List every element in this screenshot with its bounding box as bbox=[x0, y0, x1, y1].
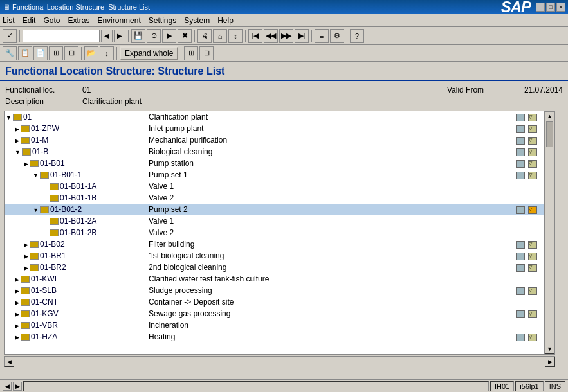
struct-btn4[interactable]: ⊞ bbox=[49, 46, 63, 60]
view-btn2[interactable]: ⊟ bbox=[199, 46, 214, 60]
expand-icon[interactable]: ▶ bbox=[24, 161, 28, 167]
horizontal-scrollbar[interactable]: ◀ ▶ bbox=[4, 356, 555, 366]
layout-btn[interactable]: ≡ bbox=[315, 29, 329, 43]
expand-icon[interactable]: ▶ bbox=[15, 311, 19, 317]
hscroll-track[interactable] bbox=[14, 358, 545, 366]
command-field[interactable] bbox=[23, 30, 100, 42]
nav-icon[interactable]: ▽ bbox=[528, 334, 537, 341]
tree-row[interactable]: ▶01-MMechanical purification ▽ bbox=[5, 134, 554, 146]
nav-icon[interactable]: ▽ bbox=[528, 172, 537, 179]
view-btn1[interactable]: ⊞ bbox=[184, 46, 198, 60]
maximize-button[interactable]: □ bbox=[546, 3, 555, 12]
first-page[interactable]: |◀ bbox=[248, 29, 262, 43]
expand-icon[interactable]: ▶ bbox=[15, 299, 19, 306]
link-icon[interactable] bbox=[516, 125, 525, 133]
tree-row[interactable]: ▶01-KGVSewage gas processing ▽ bbox=[5, 308, 554, 319]
status-nav[interactable]: ◀ ▶ bbox=[3, 382, 22, 391]
tree-row[interactable]: ▼01-B01-1Pump set 1 ▽ bbox=[5, 169, 554, 181]
next-page[interactable]: ▶▶ bbox=[279, 29, 293, 43]
find-button[interactable]: ⌂ bbox=[213, 29, 227, 43]
nav-icon[interactable]: ▽ bbox=[528, 206, 537, 214]
struct-btn6[interactable]: 📂 bbox=[84, 46, 98, 60]
scroll-thumb[interactable] bbox=[546, 121, 553, 147]
nav-icon[interactable]: ▽ bbox=[528, 125, 537, 133]
nav-icon[interactable]: ▽ bbox=[528, 310, 537, 318]
help-button[interactable]: ? bbox=[350, 29, 364, 43]
menu-edit[interactable]: Edit bbox=[23, 16, 36, 25]
menu-list[interactable]: List bbox=[3, 16, 15, 25]
tree-row[interactable]: 01-B01-2AValve 1 bbox=[5, 215, 554, 227]
expand-icon[interactable]: ▶ bbox=[15, 323, 19, 329]
tree-row[interactable]: ▼01Clarification plant ▽ bbox=[5, 111, 554, 123]
expand-icon[interactable]: ▶ bbox=[24, 242, 28, 248]
tree-row[interactable]: ▶01-BR11st biological cleaning ▽ bbox=[5, 250, 554, 262]
title-bar-controls[interactable]: _ □ × bbox=[536, 3, 565, 12]
minimize-button[interactable]: _ bbox=[536, 3, 545, 12]
expand-icon[interactable]: ▶ bbox=[15, 334, 19, 341]
scroll-left-button[interactable]: ◀ bbox=[4, 357, 14, 367]
back-button[interactable]: ✓ bbox=[3, 29, 17, 43]
tree-container[interactable]: ▼01Clarification plant ▽ ▶01-ZPWInlet pu… bbox=[4, 111, 555, 355]
link-icon[interactable] bbox=[516, 287, 525, 295]
prev-screen[interactable]: ⊙ bbox=[147, 29, 161, 43]
tree-row[interactable]: ▼01-BBiological cleaning ▽ bbox=[5, 146, 554, 157]
expand-whole-button[interactable]: Expand whole bbox=[120, 46, 178, 60]
link-icon[interactable] bbox=[516, 206, 525, 214]
scroll-right-button[interactable]: ▶ bbox=[545, 357, 555, 367]
expand-icon[interactable]: ▶ bbox=[15, 276, 19, 283]
tree-row[interactable]: ▶01-B01Pump station ▽ bbox=[5, 157, 554, 169]
status-prev[interactable]: ◀ bbox=[3, 382, 12, 391]
link-icon[interactable] bbox=[516, 241, 525, 249]
tree-row[interactable]: ▶01-BR22nd biological cleaning ▽ bbox=[5, 262, 554, 273]
expand-icon[interactable]: ▶ bbox=[15, 288, 19, 294]
find-next[interactable]: ↕ bbox=[228, 29, 243, 43]
close-button[interactable]: × bbox=[556, 3, 565, 12]
scroll-track[interactable] bbox=[545, 121, 554, 344]
vertical-scrollbar[interactable]: ▲ ▼ bbox=[544, 111, 554, 354]
tree-row[interactable]: ▼01-B01-2Pump set 2 ▽ bbox=[5, 204, 554, 215]
nav-icon[interactable]: ▽ bbox=[528, 253, 537, 260]
cancel-button[interactable]: ✖ bbox=[178, 29, 192, 43]
scroll-up-button[interactable]: ▲ bbox=[545, 111, 554, 121]
link-icon[interactable] bbox=[516, 334, 525, 341]
collapse-icon[interactable]: ▼ bbox=[33, 207, 39, 213]
link-icon[interactable] bbox=[516, 137, 525, 145]
tree-row[interactable]: ▶01-ZPWInlet pump plant ▽ bbox=[5, 123, 554, 134]
struct-btn2[interactable]: 📋 bbox=[18, 46, 32, 60]
tree-row[interactable]: 01-B01-2BValve 2 bbox=[5, 227, 554, 238]
nav-icon[interactable]: ▽ bbox=[528, 137, 537, 145]
status-next[interactable]: ▶ bbox=[13, 382, 22, 391]
nav-icon[interactable]: ▽ bbox=[528, 114, 537, 121]
menu-help[interactable]: Help bbox=[217, 16, 234, 25]
last-page[interactable]: ▶| bbox=[295, 29, 309, 43]
struct-btn3[interactable]: 📄 bbox=[33, 46, 48, 60]
execute-button[interactable]: ▶ bbox=[162, 29, 176, 43]
tree-row[interactable]: ▶01-CNTContainer -> Deposit site bbox=[5, 296, 554, 308]
prev-page[interactable]: ◀◀ bbox=[264, 29, 278, 43]
struct-btn5[interactable]: ⊟ bbox=[64, 46, 78, 60]
link-icon[interactable] bbox=[516, 148, 525, 156]
link-icon[interactable] bbox=[516, 160, 525, 168]
link-icon[interactable] bbox=[516, 172, 525, 179]
nav-next[interactable]: ▶ bbox=[114, 30, 125, 42]
nav-icon[interactable]: ▽ bbox=[528, 241, 537, 249]
menu-settings[interactable]: Settings bbox=[149, 16, 176, 25]
tree-row[interactable]: 01-B01-1AValve 1 bbox=[5, 181, 554, 192]
expand-icon[interactable]: ▶ bbox=[24, 253, 28, 260]
struct-btn1[interactable]: 🔧 bbox=[3, 46, 17, 60]
nav-icon[interactable]: ▽ bbox=[528, 287, 537, 295]
tree-row[interactable]: ▶01-VBRIncineration bbox=[5, 319, 554, 331]
expand-icon[interactable]: ▶ bbox=[24, 265, 28, 271]
tree-row[interactable]: ▶01-B02Filter building ▽ bbox=[5, 238, 554, 250]
link-icon[interactable] bbox=[516, 253, 525, 260]
link-icon[interactable] bbox=[516, 264, 525, 272]
expand-icon[interactable]: ▶ bbox=[15, 126, 19, 132]
scroll-down-button[interactable]: ▼ bbox=[545, 344, 554, 354]
menu-system[interactable]: System bbox=[184, 16, 210, 25]
struct-btn7[interactable]: ↕ bbox=[100, 46, 114, 60]
nav-icon[interactable]: ▽ bbox=[528, 148, 537, 156]
nav-icon[interactable]: ▽ bbox=[528, 264, 537, 272]
collapse-icon[interactable]: ▼ bbox=[6, 114, 12, 121]
menu-goto[interactable]: Goto bbox=[43, 16, 60, 25]
collapse-icon[interactable]: ▼ bbox=[15, 149, 21, 156]
